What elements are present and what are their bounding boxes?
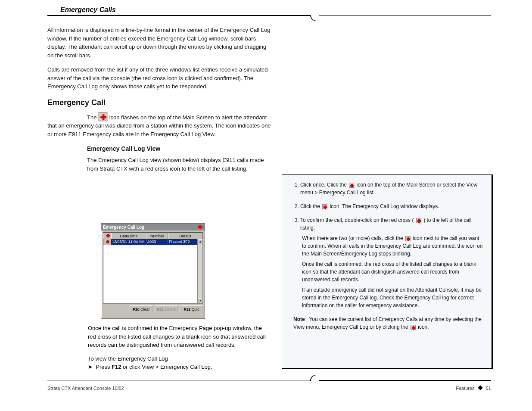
scrollbar[interactable]: ▴ ▾ bbox=[197, 239, 202, 303]
ecl-view-paragraph: The Emergency Call Log view (shown below… bbox=[87, 156, 271, 173]
footer-left: Strata CTX Attendant Console 10/02 bbox=[47, 386, 124, 391]
cross-icon bbox=[349, 183, 354, 188]
heading-emergency-call: Emergency Call bbox=[47, 97, 271, 109]
cross-icon bbox=[105, 239, 110, 244]
step3-sub-a: When there are two (or more) calls, clic… bbox=[302, 235, 404, 241]
ecl-col-number[interactable]: Number bbox=[146, 233, 168, 239]
row-number: 4003 bbox=[146, 239, 168, 245]
footer-rule-curve bbox=[310, 375, 319, 381]
cross-icon bbox=[416, 218, 421, 223]
ecl-col-datetime[interactable]: Date/Time bbox=[111, 233, 146, 239]
f12-key: F12 bbox=[112, 364, 121, 370]
cross-icon bbox=[405, 236, 411, 241]
step-1: Click once. Click the icon on the top of… bbox=[300, 181, 484, 196]
below-fig-p2: ➤ Press F12 or click View > Emergency Ca… bbox=[88, 363, 269, 371]
scroll-down-button[interactable]: ▾ bbox=[198, 298, 203, 303]
step2-b: icon. The Emergency Call Log window disp… bbox=[330, 203, 439, 209]
ecl-button-row: F10 Clear F11 Delete F12 Quit bbox=[103, 304, 203, 313]
cross-icon bbox=[198, 224, 203, 230]
step-3: To confirm the call, double-click on the… bbox=[300, 216, 484, 309]
emcall-text-a: The bbox=[87, 114, 98, 121]
footer-right: Features 51 bbox=[456, 386, 491, 391]
clear-key: F10 bbox=[133, 307, 140, 311]
step3-a: To confirm the call, double-click on the… bbox=[300, 217, 414, 223]
below-fig-p1: Once the call is confirmed in the Emerge… bbox=[88, 324, 269, 349]
note: Note You can see the current list of Eme… bbox=[293, 315, 484, 331]
quit-button[interactable]: F12 Quit bbox=[180, 305, 203, 313]
step-box: Click once. Click the icon on the top of… bbox=[282, 174, 493, 369]
quit-key: F12 bbox=[184, 307, 191, 311]
page-title: Emergency Calls bbox=[60, 6, 116, 14]
step1-a: Click once. Click the bbox=[300, 182, 348, 188]
header-rule-right bbox=[319, 15, 491, 16]
note-body-b: icon. bbox=[418, 324, 429, 330]
step-2: Click the icon. The Emergency Call Log w… bbox=[300, 202, 484, 210]
note-body-a: You can see the current list of Emergenc… bbox=[293, 316, 482, 330]
cross-icon bbox=[106, 233, 111, 238]
ecl-title-text: Emergency Call Log bbox=[103, 225, 144, 230]
intro-paragraph-1: All information is displayed in a line-b… bbox=[47, 26, 271, 59]
row-icon-cell[interactable] bbox=[103, 239, 111, 245]
ecl-table-header-row: Date/Time Number Details bbox=[103, 233, 202, 239]
cross-icon bbox=[411, 325, 416, 330]
clear-button[interactable]: F10 Clear bbox=[130, 305, 153, 313]
scroll-up-button[interactable]: ▴ bbox=[198, 239, 203, 244]
step3-sub3: If an outside emergency call did not sig… bbox=[302, 286, 484, 309]
emergency-call-log-window: Emergency Call Log Date/Time Number Deta… bbox=[101, 223, 205, 319]
header-rule-left bbox=[47, 15, 310, 16]
intro-paragraph-2: Calls are removed from the list if any o… bbox=[47, 65, 271, 91]
heading-ecl-view: Emergency Call Log View bbox=[87, 144, 271, 153]
cross-icon bbox=[322, 204, 327, 209]
cross-icon bbox=[99, 112, 108, 121]
footer-rule-right bbox=[319, 380, 491, 381]
footer-rule-left bbox=[47, 380, 310, 380]
footer-page-number: 51 bbox=[486, 386, 491, 391]
header-rule-curve bbox=[310, 15, 319, 21]
heading-to-view: To view the Emergency Call Log bbox=[88, 355, 269, 363]
left-column: All information is displayed in a line-b… bbox=[47, 26, 271, 179]
delete-button: F11 Delete bbox=[155, 305, 178, 313]
quit-label: Quit bbox=[190, 307, 199, 311]
step3-sub2: Once the call is confirmed, the red cros… bbox=[302, 260, 484, 283]
note-label: Note bbox=[293, 316, 305, 322]
row-date: 12/03/01 11:04 AM bbox=[111, 239, 146, 245]
table-row[interactable]: 12/03/01 11:04 AM 4003 Phase4 3F2 bbox=[103, 239, 202, 245]
ecl-col-details[interactable]: Details bbox=[168, 233, 202, 239]
step2-a: Click the bbox=[300, 203, 321, 209]
footer-right-label: Features bbox=[456, 386, 474, 391]
ecl-col-icon[interactable] bbox=[103, 233, 111, 239]
ecl-titlebar[interactable]: Emergency Call Log bbox=[101, 224, 205, 230]
delete-label: Delete bbox=[163, 307, 176, 311]
diamond-icon bbox=[478, 385, 482, 390]
ecl-table: Date/Time Number Details 12/03/01 11:04 … bbox=[103, 232, 203, 304]
step3-sub1: When there are two (or more) calls, clic… bbox=[302, 234, 484, 258]
below-figure-text: Once the call is confirmed in the Emerge… bbox=[88, 324, 269, 377]
below-fig-p2-rest: or click View > Emergency Call Log. bbox=[121, 364, 212, 370]
clear-label: Clear bbox=[140, 307, 150, 311]
emergency-call-paragraph: The icon flashes on the top of the Main … bbox=[47, 113, 271, 139]
delete-key: F11 bbox=[157, 307, 164, 311]
